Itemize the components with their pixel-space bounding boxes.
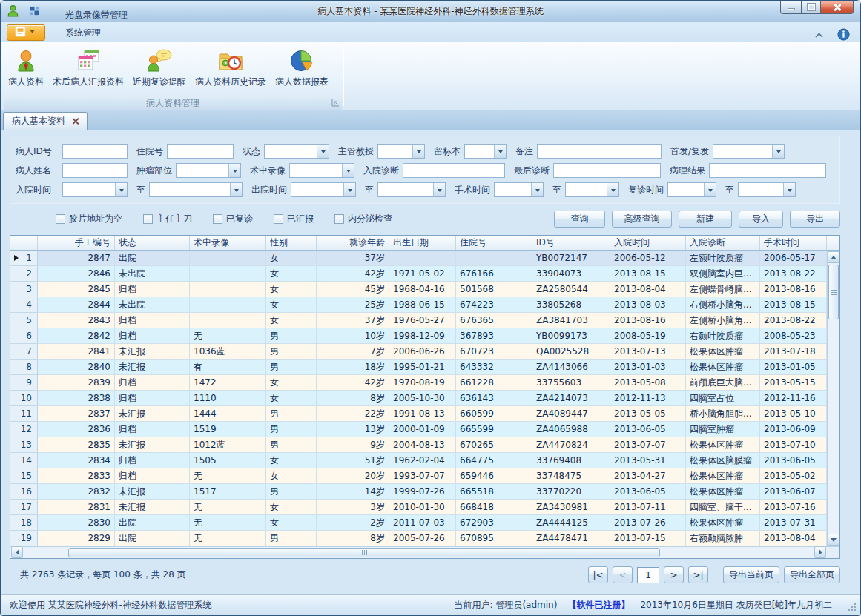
table-cell[interactable]: 2012-11-13 — [610, 391, 686, 406]
filter-input-0-1[interactable] — [167, 144, 234, 159]
table-cell[interactable]: 男 — [266, 328, 317, 344]
combo-dropdown-icon[interactable] — [342, 164, 354, 177]
scroll-left-icon[interactable] — [11, 546, 23, 558]
table-cell[interactable] — [456, 251, 532, 266]
table-cell[interactable]: 前颅底巨大脑... — [686, 375, 760, 391]
filter-input-1-4[interactable] — [553, 163, 661, 178]
row-header[interactable]: 17 — [10, 500, 38, 515]
export-current-page-button[interactable]: 导出当前页 — [723, 566, 779, 583]
postop-report-button[interactable]: 术后病人汇报资料 — [48, 45, 128, 89]
table-cell[interactable]: 674223 — [456, 297, 532, 313]
table-row[interactable]: 172831未汇报无女3岁2010-01-30668418ZA343098120… — [10, 500, 839, 515]
combo-dropdown-icon[interactable] — [531, 183, 543, 196]
table-cell[interactable]: 未汇报 — [115, 437, 190, 453]
table-cell[interactable]: 13岁 — [317, 422, 389, 437]
checkbox-box[interactable] — [274, 214, 283, 224]
table-cell[interactable]: 出院 — [115, 531, 190, 546]
filter-input-1-3[interactable] — [403, 163, 505, 178]
table-row[interactable]: 182830出院无女2岁2011-07-03672903ZA4444125201… — [10, 515, 839, 531]
table-cell[interactable]: 2008-05-19 — [610, 328, 686, 344]
table-cell[interactable]: 2846 — [38, 266, 115, 282]
table-cell[interactable]: 女 — [266, 391, 317, 406]
table-cell[interactable]: 1036蓝 — [190, 344, 266, 360]
table-cell[interactable]: 左侧桥小脑角... — [686, 313, 760, 328]
table-cell[interactable] — [190, 282, 266, 297]
filter-combo-2-6[interactable] — [667, 182, 716, 197]
table-cell[interactable]: 男 — [266, 360, 317, 375]
table-cell[interactable]: 2006-05-12 — [610, 251, 686, 266]
table-cell[interactable]: 2013-07-26 — [610, 515, 686, 531]
table-cell[interactable]: 8岁 — [317, 531, 389, 546]
filter-input-0-5[interactable] — [537, 144, 662, 159]
table-cell[interactable]: 男 — [266, 406, 317, 422]
table-cell[interactable]: 松果体区脑膜瘤 — [686, 453, 760, 468]
table-cell[interactable]: 2844 — [38, 297, 115, 313]
advanced-search-button[interactable]: 高级查询 — [612, 211, 672, 228]
maximize-button[interactable] — [801, 1, 821, 14]
table-cell[interactable]: 2840 — [38, 360, 115, 375]
table-cell[interactable]: 1519 — [190, 422, 266, 437]
table-cell[interactable]: 8岁 — [317, 391, 389, 406]
table-cell[interactable]: 归档 — [115, 328, 190, 344]
table-cell[interactable]: 367893 — [456, 328, 532, 344]
table-cell[interactable]: 2013-08-16 — [760, 282, 827, 297]
table-cell[interactable]: 2岁 — [317, 515, 389, 531]
table-cell[interactable]: 1970-08-19 — [389, 375, 456, 391]
filter-combo-1-2[interactable] — [289, 163, 354, 178]
filter-combo-0-4[interactable] — [464, 144, 507, 159]
table-cell[interactable]: 未汇报 — [115, 500, 190, 515]
table-cell[interactable]: 2008-05-23 — [760, 328, 827, 344]
table-cell[interactable] — [389, 251, 456, 266]
row-header[interactable]: 14 — [10, 453, 38, 468]
table-cell[interactable]: 2013-08-15 — [610, 266, 686, 282]
table-cell[interactable]: 2013-08-15 — [760, 297, 827, 313]
table-cell[interactable]: 女 — [266, 251, 317, 266]
table-cell[interactable]: 男 — [266, 344, 317, 360]
data-report-button[interactable]: 病人数据报表 — [271, 45, 333, 89]
table-cell[interactable]: ZA3841703 — [532, 313, 610, 328]
table-cell[interactable]: 松果体区肿瘤 — [686, 437, 760, 453]
table-cell[interactable]: 2011-07-03 — [389, 515, 456, 531]
next-page-button[interactable]: > — [664, 566, 684, 583]
horizontal-scrollbar[interactable] — [10, 546, 827, 558]
table-cell[interactable]: 松果体区肿瘤 — [686, 484, 760, 500]
history-record-button[interactable]: 病人资料历史记录 — [191, 45, 271, 89]
table-row[interactable]: 42844未出院女25岁1988-06-15674223338052682013… — [10, 297, 839, 313]
table-row[interactable]: 192829出院无男8岁2005-07-26670895ZA4478471201… — [10, 531, 839, 546]
table-cell[interactable]: 男 — [266, 422, 317, 437]
filter-combo-2-5[interactable] — [565, 182, 619, 197]
close-button[interactable] — [820, 1, 854, 14]
table-row[interactable]: 122836归档1519男13岁2000-01-09665599ZA406598… — [10, 422, 839, 437]
table-cell[interactable]: YB0072147 — [532, 251, 610, 266]
table-cell[interactable]: 右额颞脑脓肿 — [686, 531, 760, 546]
table-cell[interactable]: 归档 — [115, 375, 190, 391]
checkbox-box[interactable] — [56, 214, 65, 224]
row-header[interactable]: 5 — [10, 313, 38, 328]
table-cell[interactable]: 37岁 — [317, 251, 389, 266]
table-cell[interactable]: 1993-07-07 — [389, 468, 456, 484]
table-cell[interactable]: 2013-06-05 — [760, 453, 827, 468]
table-cell[interactable]: 未出院 — [115, 297, 190, 313]
scroll-down-icon[interactable] — [828, 534, 839, 546]
table-cell[interactable]: 1517 — [190, 484, 266, 500]
table-cell[interactable]: ZA4143066 — [532, 360, 610, 375]
table-cell[interactable]: 1991-08-13 — [389, 406, 456, 422]
table-cell[interactable]: 33805268 — [532, 297, 610, 313]
table-cell[interactable]: 1999-07-26 — [389, 484, 456, 500]
table-cell[interactable]: YB0099173 — [532, 328, 610, 344]
table-cell[interactable]: 无 — [190, 468, 266, 484]
filter-input-1-0[interactable] — [62, 163, 128, 178]
table-row[interactable]: 82840未汇报有男18岁1995-01-21643332ZA414306620… — [10, 360, 839, 375]
table-cell[interactable]: 松果体区肿瘤 — [686, 360, 760, 375]
table-cell[interactable]: 1505 — [190, 453, 266, 468]
ribbon-tab-3[interactable]: 系统管理 — [54, 24, 139, 42]
table-cell[interactable]: 1012蓝 — [190, 437, 266, 453]
table-cell[interactable]: 2006-06-26 — [389, 344, 456, 360]
table-cell[interactable]: ZA3430981 — [532, 500, 610, 515]
table-cell[interactable]: 676166 — [456, 266, 532, 282]
table-cell[interactable]: 2013-08-16 — [610, 313, 686, 328]
table-cell[interactable]: 女 — [266, 515, 317, 531]
table-cell[interactable]: ZA4089447 — [532, 406, 610, 422]
table-cell[interactable]: 20岁 — [317, 468, 389, 484]
combo-dropdown-icon[interactable] — [494, 145, 506, 158]
